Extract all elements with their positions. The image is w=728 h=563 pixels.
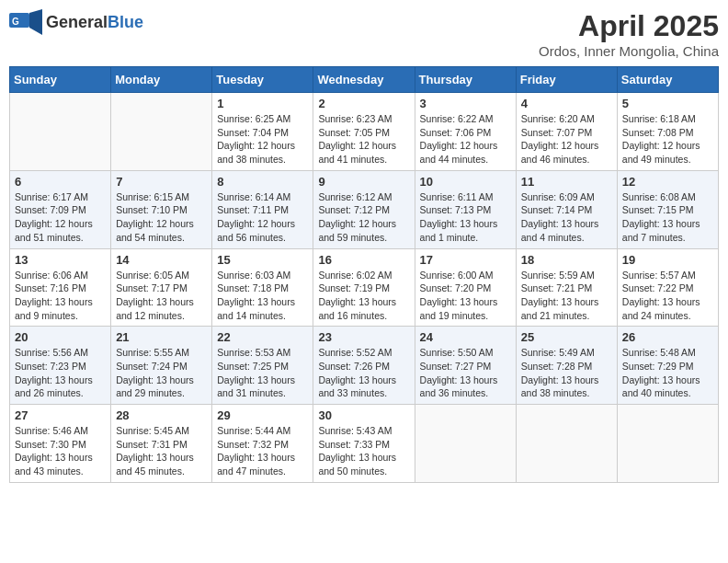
day-number: 13 bbox=[15, 253, 106, 267]
day-number: 29 bbox=[217, 408, 308, 422]
day-info: Sunrise: 6:06 AM Sunset: 7:16 PM Dayligh… bbox=[15, 269, 106, 323]
day-info: Sunrise: 6:08 AM Sunset: 7:15 PM Dayligh… bbox=[622, 190, 713, 245]
logo-icon: G bbox=[9, 9, 42, 35]
day-number: 30 bbox=[318, 408, 409, 422]
weekday-header-thursday: Thursday bbox=[415, 67, 516, 93]
day-info: Sunrise: 6:05 AM Sunset: 7:17 PM Dayligh… bbox=[116, 269, 207, 323]
day-number: 2 bbox=[318, 97, 409, 110]
logo-blue-text: Blue bbox=[108, 13, 143, 31]
weekday-header-row: SundayMondayTuesdayWednesdayThursdayFrid… bbox=[10, 67, 719, 93]
day-info: Sunrise: 5:44 AM Sunset: 7:32 PM Dayligh… bbox=[217, 424, 308, 478]
calendar-cell: 10Sunrise: 6:11 AM Sunset: 7:13 PM Dayli… bbox=[415, 170, 516, 248]
day-info: Sunrise: 5:55 AM Sunset: 7:24 PM Dayligh… bbox=[116, 346, 207, 400]
day-number: 16 bbox=[318, 253, 409, 267]
day-info: Sunrise: 6:23 AM Sunset: 7:05 PM Dayligh… bbox=[318, 112, 409, 167]
weekday-header-monday: Monday bbox=[111, 67, 212, 93]
day-info: Sunrise: 6:15 AM Sunset: 7:10 PM Dayligh… bbox=[116, 190, 207, 245]
day-number: 7 bbox=[116, 175, 207, 189]
calendar-cell: 22Sunrise: 5:53 AM Sunset: 7:25 PM Dayli… bbox=[212, 327, 313, 405]
day-number: 8 bbox=[217, 175, 308, 189]
day-info: Sunrise: 6:17 AM Sunset: 7:09 PM Dayligh… bbox=[15, 190, 106, 245]
day-info: Sunrise: 5:57 AM Sunset: 7:22 PM Dayligh… bbox=[622, 269, 713, 323]
day-number: 28 bbox=[116, 408, 207, 422]
svg-text:G: G bbox=[12, 17, 19, 27]
calendar-cell: 18Sunrise: 5:59 AM Sunset: 7:21 PM Dayli… bbox=[516, 248, 617, 327]
calendar-cell: 5Sunrise: 6:18 AM Sunset: 7:08 PM Daylig… bbox=[617, 93, 718, 171]
week-row-4: 20Sunrise: 5:56 AM Sunset: 7:23 PM Dayli… bbox=[10, 327, 719, 405]
week-row-5: 27Sunrise: 5:46 AM Sunset: 7:30 PM Dayli… bbox=[10, 405, 719, 483]
calendar-cell: 16Sunrise: 6:02 AM Sunset: 7:19 PM Dayli… bbox=[313, 248, 415, 327]
calendar-cell bbox=[415, 405, 516, 483]
weekday-header-sunday: Sunday bbox=[10, 67, 111, 93]
day-info: Sunrise: 6:02 AM Sunset: 7:19 PM Dayligh… bbox=[318, 269, 409, 323]
calendar-cell bbox=[111, 93, 212, 171]
calendar-cell bbox=[516, 405, 617, 483]
calendar-cell bbox=[617, 405, 718, 483]
calendar-cell: 19Sunrise: 5:57 AM Sunset: 7:22 PM Dayli… bbox=[617, 248, 718, 327]
title-area: April 2025 Ordos, Inner Mongolia, China bbox=[539, 9, 719, 59]
calendar-table: SundayMondayTuesdayWednesdayThursdayFrid… bbox=[9, 66, 719, 483]
day-number: 12 bbox=[622, 175, 713, 189]
day-number: 21 bbox=[116, 330, 207, 344]
day-number: 3 bbox=[420, 97, 511, 110]
calendar-cell: 1Sunrise: 6:25 AM Sunset: 7:04 PM Daylig… bbox=[212, 93, 313, 171]
calendar-cell: 26Sunrise: 5:48 AM Sunset: 7:29 PM Dayli… bbox=[617, 327, 718, 405]
day-info: Sunrise: 5:50 AM Sunset: 7:27 PM Dayligh… bbox=[420, 346, 511, 400]
day-number: 18 bbox=[521, 253, 612, 267]
calendar-cell: 6Sunrise: 6:17 AM Sunset: 7:09 PM Daylig… bbox=[10, 170, 111, 248]
day-number: 22 bbox=[217, 330, 308, 344]
calendar-cell: 30Sunrise: 5:43 AM Sunset: 7:33 PM Dayli… bbox=[313, 405, 415, 483]
logo-general-text: General bbox=[46, 13, 108, 31]
location: Ordos, Inner Mongolia, China bbox=[539, 43, 719, 59]
day-info: Sunrise: 5:48 AM Sunset: 7:29 PM Dayligh… bbox=[622, 346, 713, 400]
calendar-cell: 8Sunrise: 6:14 AM Sunset: 7:11 PM Daylig… bbox=[212, 170, 313, 248]
day-info: Sunrise: 5:53 AM Sunset: 7:25 PM Dayligh… bbox=[217, 346, 308, 400]
day-number: 15 bbox=[217, 253, 308, 267]
calendar-cell: 24Sunrise: 5:50 AM Sunset: 7:27 PM Dayli… bbox=[415, 327, 516, 405]
calendar-cell: 23Sunrise: 5:52 AM Sunset: 7:26 PM Dayli… bbox=[313, 327, 415, 405]
day-number: 25 bbox=[521, 330, 612, 344]
day-number: 26 bbox=[622, 330, 713, 344]
calendar-cell: 20Sunrise: 5:56 AM Sunset: 7:23 PM Dayli… bbox=[10, 327, 111, 405]
calendar-cell: 4Sunrise: 6:20 AM Sunset: 7:07 PM Daylig… bbox=[516, 93, 617, 171]
calendar-cell: 25Sunrise: 5:49 AM Sunset: 7:28 PM Dayli… bbox=[516, 327, 617, 405]
week-row-3: 13Sunrise: 6:06 AM Sunset: 7:16 PM Dayli… bbox=[10, 248, 719, 327]
day-info: Sunrise: 5:52 AM Sunset: 7:26 PM Dayligh… bbox=[318, 346, 409, 400]
day-info: Sunrise: 6:25 AM Sunset: 7:04 PM Dayligh… bbox=[217, 112, 308, 167]
day-number: 1 bbox=[217, 97, 308, 110]
day-number: 5 bbox=[622, 97, 713, 110]
calendar-cell: 12Sunrise: 6:08 AM Sunset: 7:15 PM Dayli… bbox=[617, 170, 718, 248]
calendar-cell: 15Sunrise: 6:03 AM Sunset: 7:18 PM Dayli… bbox=[212, 248, 313, 327]
day-number: 11 bbox=[521, 175, 612, 189]
calendar-cell: 14Sunrise: 6:05 AM Sunset: 7:17 PM Dayli… bbox=[111, 248, 212, 327]
day-info: Sunrise: 5:43 AM Sunset: 7:33 PM Dayligh… bbox=[318, 424, 409, 478]
day-info: Sunrise: 5:59 AM Sunset: 7:21 PM Dayligh… bbox=[521, 269, 612, 323]
header: G GeneralBlue April 2025 Ordos, Inner Mo… bbox=[9, 9, 719, 59]
day-number: 10 bbox=[420, 175, 511, 189]
day-info: Sunrise: 6:18 AM Sunset: 7:08 PM Dayligh… bbox=[622, 112, 713, 167]
weekday-header-wednesday: Wednesday bbox=[313, 67, 415, 93]
day-number: 17 bbox=[420, 253, 511, 267]
month-year: April 2025 bbox=[539, 9, 719, 43]
calendar-cell: 13Sunrise: 6:06 AM Sunset: 7:16 PM Dayli… bbox=[10, 248, 111, 327]
calendar-cell: 17Sunrise: 6:00 AM Sunset: 7:20 PM Dayli… bbox=[415, 248, 516, 327]
day-info: Sunrise: 6:09 AM Sunset: 7:14 PM Dayligh… bbox=[521, 190, 612, 245]
weekday-header-friday: Friday bbox=[516, 67, 617, 93]
calendar-cell: 7Sunrise: 6:15 AM Sunset: 7:10 PM Daylig… bbox=[111, 170, 212, 248]
weekday-header-tuesday: Tuesday bbox=[212, 67, 313, 93]
calendar-cell: 29Sunrise: 5:44 AM Sunset: 7:32 PM Dayli… bbox=[212, 405, 313, 483]
day-info: Sunrise: 6:12 AM Sunset: 7:12 PM Dayligh… bbox=[318, 190, 409, 245]
calendar-cell: 11Sunrise: 6:09 AM Sunset: 7:14 PM Dayli… bbox=[516, 170, 617, 248]
day-number: 24 bbox=[420, 330, 511, 344]
day-info: Sunrise: 6:00 AM Sunset: 7:20 PM Dayligh… bbox=[420, 269, 511, 323]
day-number: 9 bbox=[318, 175, 409, 189]
day-number: 23 bbox=[318, 330, 409, 344]
calendar-cell bbox=[10, 93, 111, 171]
day-number: 14 bbox=[116, 253, 207, 267]
day-info: Sunrise: 5:45 AM Sunset: 7:31 PM Dayligh… bbox=[116, 424, 207, 478]
day-number: 20 bbox=[15, 330, 106, 344]
day-number: 4 bbox=[521, 97, 612, 110]
day-number: 27 bbox=[15, 408, 106, 422]
calendar-cell: 2Sunrise: 6:23 AM Sunset: 7:05 PM Daylig… bbox=[313, 93, 415, 171]
calendar-cell: 3Sunrise: 6:22 AM Sunset: 7:06 PM Daylig… bbox=[415, 93, 516, 171]
